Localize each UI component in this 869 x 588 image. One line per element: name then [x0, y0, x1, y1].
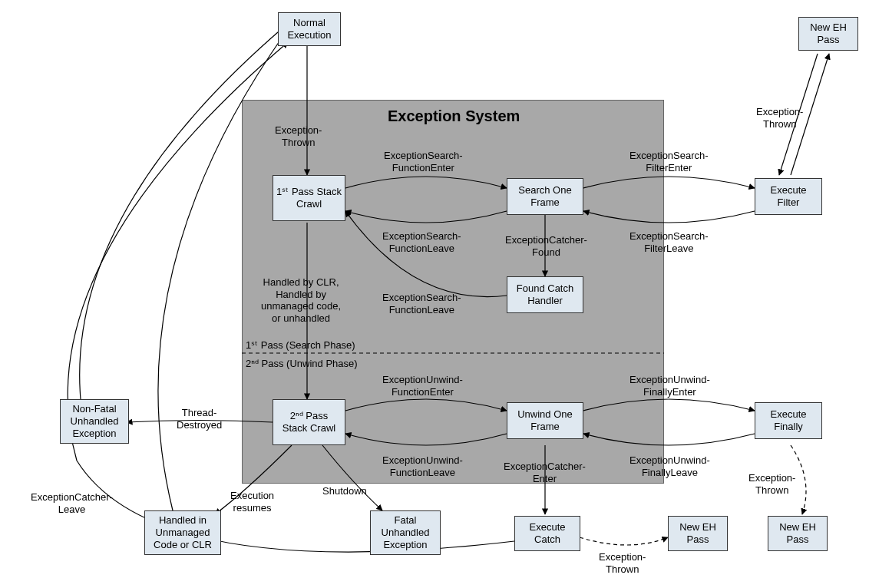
- label-es-func-enter: ExceptionSearch- FunctionEnter: [384, 150, 463, 173]
- label-eu-func-leave: ExceptionUnwind- FunctionLeave: [382, 454, 463, 478]
- node-new-eh-b1: New EH Pass: [668, 516, 728, 551]
- label-es-func-leave-2: ExceptionSearch- FunctionLeave: [382, 292, 461, 315]
- node-unwind-one-frame: Unwind One Frame: [507, 402, 583, 439]
- label-ec-found: ExceptionCatcher- Found: [505, 234, 587, 258]
- node-found-catch-handler: Found Catch Handler: [507, 276, 583, 313]
- node-new-eh-top: New EH Pass: [798, 17, 858, 51]
- node-search-one-frame: Search One Frame: [507, 178, 583, 215]
- label-exec-resumes: Execution resumes: [230, 490, 274, 514]
- label-eu-finally-leave: ExceptionUnwind- FinallyLeave: [629, 454, 710, 478]
- label-ec-enter: ExceptionCatcher- Enter: [504, 461, 586, 484]
- node-fatal-unhandled: Fatal Unhandled Exception: [370, 510, 441, 555]
- phase-unwind-label: 2ⁿᵈ Pass (Unwind Phase): [246, 358, 358, 369]
- label-es-filter-leave: ExceptionSearch- FilterLeave: [629, 230, 709, 254]
- label-exception-thrown-3: Exception- Thrown: [599, 551, 646, 575]
- label-exception-thrown-4: Exception- Thrown: [748, 472, 795, 496]
- label-exception-thrown-2: Exception- Thrown: [756, 106, 803, 130]
- node-nonfatal-unhandled: Non-Fatal Unhandled Exception: [60, 399, 129, 444]
- label-eu-finally-enter: ExceptionUnwind- FinallyEnter: [629, 374, 710, 398]
- node-first-pass-stack-crawl: 1ˢᵗ Pass Stack Crawl: [273, 175, 345, 221]
- label-thread-destroyed: Thread- Destroyed: [177, 407, 222, 431]
- node-execute-catch: Execute Catch: [514, 516, 580, 551]
- system-title: Exception System: [388, 107, 520, 125]
- node-handled-unmanaged: Handled in Unmanaged Code or CLR: [144, 510, 221, 555]
- label-es-func-leave: ExceptionSearch- FunctionLeave: [382, 230, 461, 254]
- node-execute-filter: Execute Filter: [755, 178, 822, 215]
- node-normal-execution: Normal Execution: [278, 12, 341, 46]
- phase-search-label: 1ˢᵗ Pass (Search Phase): [246, 339, 355, 351]
- label-shutdown: Shutdown: [322, 485, 367, 497]
- label-es-filter-enter: ExceptionSearch- FilterEnter: [629, 150, 709, 173]
- label-handled-clr: Handled by CLR, Handled by unmanaged cod…: [261, 276, 341, 324]
- node-execute-finally: Execute Finally: [755, 402, 822, 439]
- node-new-eh-b2: New EH Pass: [768, 516, 828, 551]
- label-ec-leave: ExceptionCatcher- Leave: [31, 491, 113, 515]
- label-eu-func-enter: ExceptionUnwind- FunctionEnter: [382, 374, 463, 398]
- node-second-pass-stack-crawl: 2ⁿᵈ Pass Stack Crawl: [273, 399, 345, 445]
- label-exception-thrown-1: Exception- Thrown: [275, 124, 322, 148]
